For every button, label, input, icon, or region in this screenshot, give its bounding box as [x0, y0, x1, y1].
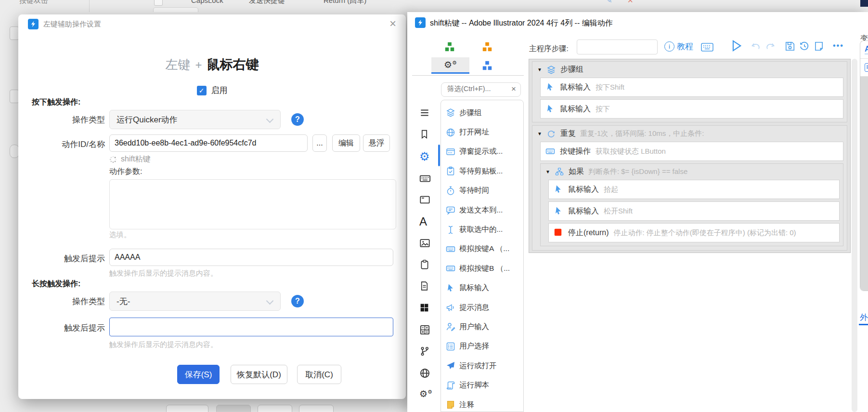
step-row[interactable]: 停止(return)停止动作: 停止整个动作(即使在子程序中) (标记为出错: …	[548, 223, 840, 242]
rail-item-keyboard-icon[interactable]	[413, 166, 435, 188]
command-item[interactable]: 获取选中的...	[441, 220, 523, 239]
command-item[interactable]: 发送文本到...	[441, 200, 523, 220]
op-type-dropdown[interactable]: 运行Quicker动作	[109, 110, 281, 129]
window-icon	[419, 194, 429, 204]
close-icon[interactable]: ×	[386, 16, 400, 31]
command-item[interactable]: 用户输入	[441, 317, 523, 336]
stop-icon	[554, 228, 563, 238]
longpress-op-type-dropdown[interactable]: -无-	[109, 292, 281, 311]
step-row[interactable]: 鼠标输入按下Shift	[540, 78, 843, 97]
enable-checkbox[interactable]: ✓	[197, 86, 207, 95]
longpress-op-type-label: 操作类型	[18, 296, 105, 307]
rail-item-clipboard-icon[interactable]	[413, 253, 435, 275]
keyboard-shortcuts-icon[interactable]	[701, 43, 713, 52]
profile-green-icon[interactable]	[444, 41, 455, 53]
params-textarea[interactable]	[109, 179, 396, 229]
clipboard-check-icon	[446, 166, 455, 176]
toast-input[interactable]	[109, 249, 393, 266]
command-item[interactable]: 模拟按键B （...	[441, 259, 523, 278]
profile-orange-icon[interactable]	[481, 41, 493, 53]
rail-item-calculator-icon[interactable]	[413, 318, 435, 340]
step-group-header[interactable]: ▼步骤组	[532, 62, 847, 78]
bookmark-icon	[419, 129, 429, 139]
collapse-arrow-icon[interactable]: ▼	[545, 169, 550, 174]
action-id-label: 动作ID/名称	[18, 139, 105, 150]
variable-row[interactable]	[860, 59, 868, 77]
step-group-header[interactable]: ▼重复重复-1次，循环间隔: 10ms，中止条件:	[532, 126, 847, 142]
run-play-icon[interactable]	[731, 40, 742, 52]
undo-icon[interactable]	[750, 42, 762, 52]
edit-button[interactable]: 编辑	[332, 134, 360, 152]
note-icon	[446, 400, 455, 410]
rail-item-gears-icon[interactable]: ⚙⚙	[413, 383, 435, 405]
command-item[interactable]: 模拟按键A （...	[441, 239, 523, 259]
more-menu-icon[interactable]: •••	[833, 41, 844, 50]
command-item[interactable]: 运行脚本	[441, 375, 523, 395]
collapse-arrow-icon[interactable]: ▼	[537, 131, 542, 136]
bg-checkbox	[154, 0, 163, 6]
collapse-arrow-icon[interactable]: ▼	[537, 67, 542, 72]
command-item[interactable]: 等待时间	[441, 181, 523, 200]
clear-filter-icon[interactable]: ×	[511, 84, 516, 94]
keyboard-blue-icon	[545, 146, 555, 156]
save-button[interactable]: 保存(S)	[177, 365, 220, 384]
note-page-icon[interactable]	[814, 41, 824, 52]
document-icon	[419, 281, 429, 291]
help-icon[interactable]: ?	[291, 113, 304, 126]
filter-input[interactable]	[446, 84, 506, 93]
command-item[interactable]: 鼠标输入	[441, 279, 523, 298]
rail-item-windows-icon[interactable]	[413, 296, 435, 318]
cursor-icon	[545, 104, 555, 114]
history-icon[interactable]	[799, 41, 810, 52]
command-item[interactable]: 注释	[441, 395, 523, 412]
command-label: 用户输入	[459, 322, 489, 332]
float-button[interactable]: 悬浮	[363, 134, 390, 152]
browse-button[interactable]: ...	[312, 134, 327, 152]
action-id-input[interactable]	[109, 134, 308, 152]
step-row[interactable]: 鼠标输入按下	[540, 99, 843, 119]
rail-item-globe-icon[interactable]	[413, 361, 435, 383]
command-item[interactable]: 步骤组	[441, 103, 523, 122]
longpress-toast-input[interactable]	[109, 318, 393, 336]
rail-item-list-icon[interactable]	[413, 101, 435, 123]
tab-system-actions[interactable]: ⚙⚙	[431, 57, 469, 74]
step-row[interactable]: 鼠标输入拾起	[548, 180, 840, 199]
rail-item-git-branch-icon[interactable]	[413, 340, 435, 361]
rail-item-gear-icon[interactable]: ⚙	[413, 145, 435, 166]
tutorial-link[interactable]: i 教程	[664, 41, 693, 52]
step-group-header[interactable]: ▼如果判断条件: $= {isDown} == false	[541, 164, 843, 180]
steps-scrollbar[interactable]	[852, 59, 857, 412]
cancel-button[interactable]: 取消(C)	[297, 365, 341, 384]
command-item[interactable]: 运行或打开	[441, 356, 523, 375]
rail-item-text-icon[interactable]: A	[413, 210, 435, 231]
command-item[interactable]: 打开网址	[441, 122, 523, 142]
redo-icon[interactable]	[764, 42, 776, 52]
tab-blue-cubes[interactable]	[481, 60, 493, 72]
command-item[interactable]: 用户选择	[441, 337, 523, 356]
command-item[interactable]: 提示消息	[441, 298, 523, 317]
user-select-icon	[446, 342, 455, 351]
rail-item-window-icon[interactable]	[413, 188, 435, 210]
command-label: 运行脚本	[459, 380, 489, 390]
params-label: 动作参数:	[109, 167, 142, 177]
variable-row[interactable]: A	[860, 41, 868, 59]
steps-filter-input[interactable]	[577, 40, 658, 54]
keyboard-blue-icon	[446, 264, 455, 273]
save-icon[interactable]	[785, 41, 795, 52]
restore-defaults-button[interactable]: 恢复默认(D)	[231, 365, 287, 384]
command-item[interactable]: 弹窗提示或...	[441, 142, 523, 161]
rail-item-document-icon[interactable]	[413, 275, 435, 296]
step-group-children: 鼠标输入按下Shift鼠标输入按下	[532, 78, 847, 122]
info-icon: i	[664, 41, 674, 52]
rail-item-bookmark-icon[interactable]	[413, 123, 435, 145]
tab-external[interactable]: 外	[860, 312, 868, 323]
step-row[interactable]: 按键操作获取按键状态 LButton	[540, 142, 843, 161]
window-title: shift粘键 -- Adobe Illustrator 2024 4行 4列 …	[430, 18, 613, 28]
command-item[interactable]: 等待剪贴板...	[441, 161, 523, 181]
help-icon[interactable]: ?	[291, 295, 304, 307]
step-row[interactable]: 鼠标输入松开Shift	[548, 201, 840, 221]
form-variable-icon	[865, 63, 868, 72]
toast-label: 触发后提示	[18, 253, 105, 264]
bg-button	[299, 405, 334, 412]
rail-item-image-icon[interactable]	[413, 231, 435, 253]
